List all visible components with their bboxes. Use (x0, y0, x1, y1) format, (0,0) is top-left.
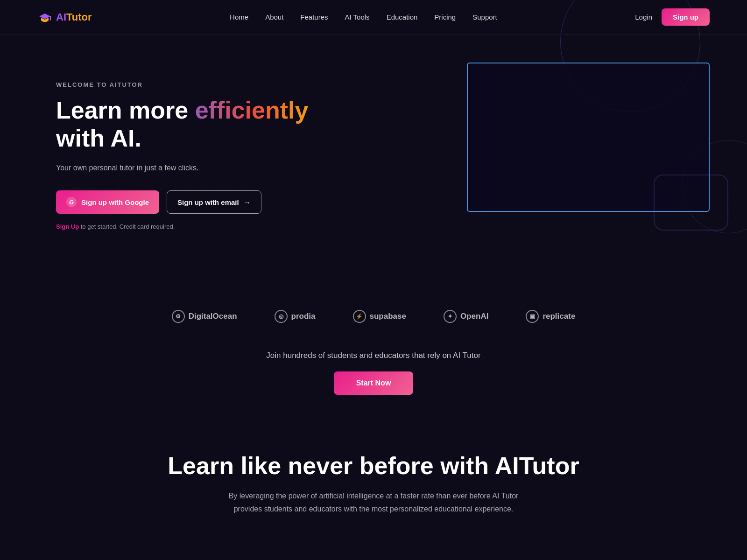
login-button[interactable]: Login (635, 13, 652, 21)
cta-text: Join hundreds of students and educators … (37, 351, 710, 360)
partner-digitalocean: ⚙ DigitalOcean (172, 310, 237, 323)
hero-title: Learn more efficiently with AI. (56, 97, 327, 153)
nav-home[interactable]: Home (230, 13, 248, 21)
signup-note-link[interactable]: Sign Up (56, 223, 79, 230)
google-icon: G (66, 197, 77, 207)
nav-features[interactable]: Features (300, 13, 328, 21)
nav-support[interactable]: Support (472, 13, 497, 21)
hero-video-box (467, 63, 710, 212)
prodia-icon: ◎ (275, 310, 288, 323)
learn-section: Learn like never before with AITutor By … (0, 423, 747, 534)
nav-ai-tools[interactable]: AI Tools (345, 13, 370, 21)
signup-email-button[interactable]: Sign up with email → (167, 190, 261, 214)
partner-replicate: ▣ replicate (526, 310, 575, 323)
learn-description: By leveraging the power of artificial in… (215, 490, 532, 515)
digitalocean-icon: ⚙ (172, 310, 185, 323)
nav-links: Home About Features AI Tools Education P… (230, 13, 497, 21)
navbar: AITutor Home About Features AI Tools Edu… (0, 0, 747, 35)
replicate-icon: ▣ (526, 310, 539, 323)
partner-supabase: ⚡ supabase (353, 310, 406, 323)
learn-title: Learn like never before with AITutor (37, 451, 710, 480)
hero-buttons: G Sign up with Google Sign up with email… (56, 190, 327, 214)
hero-description: Your own personal tutor in just a few cl… (56, 162, 327, 174)
nav-about[interactable]: About (265, 13, 283, 21)
hero-content: WELCOME TO AITUTOR Learn more efficientl… (56, 72, 327, 230)
signup-button[interactable]: Sign up (662, 8, 710, 26)
hero-section: WELCOME TO AITUTOR Learn more efficientl… (0, 35, 747, 291)
logo[interactable]: AITutor (37, 10, 92, 25)
partner-prodia: ◎ prodia (275, 310, 316, 323)
nav-actions: Login Sign up (635, 8, 710, 26)
supabase-icon: ⚡ (353, 310, 366, 323)
partner-openai: ✦ OpenAI (444, 310, 488, 323)
openai-icon: ✦ (444, 310, 457, 323)
hero-note: Sign Up to get started. Credit card requ… (56, 223, 327, 230)
start-now-button[interactable]: Start Now (334, 371, 414, 395)
nav-pricing[interactable]: Pricing (434, 13, 456, 21)
partners-section: ⚙ DigitalOcean ◎ prodia ⚡ supabase ✦ Ope… (0, 291, 747, 337)
logo-text: AITutor (56, 11, 92, 23)
cta-section: Join hundreds of students and educators … (0, 337, 747, 423)
signup-google-button[interactable]: G Sign up with Google (56, 190, 159, 214)
hero-subtitle: WELCOME TO AITUTOR (56, 81, 327, 88)
arrow-icon: → (244, 198, 251, 206)
logo-icon (37, 10, 52, 25)
nav-education[interactable]: Education (387, 13, 418, 21)
hero-media (467, 63, 710, 212)
